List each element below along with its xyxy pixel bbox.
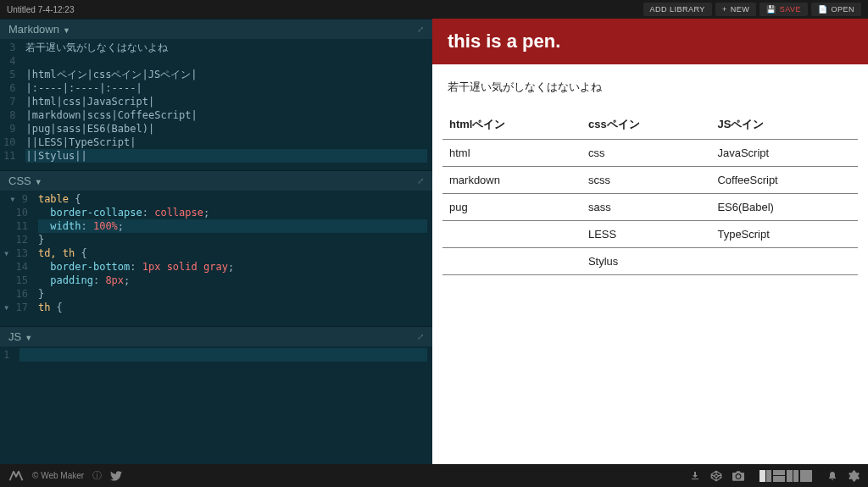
plus-icon: +: [722, 5, 727, 14]
bell-icon[interactable]: [827, 470, 837, 482]
codepen-icon[interactable]: [710, 470, 722, 482]
logo-icon: [8, 470, 24, 482]
table-row: LESSTypeScript: [442, 221, 858, 248]
table-row: markdownscssCoffeeScript: [442, 167, 858, 194]
topbar: Untitled 7-4-12:23 ADD LIBRARY +NEW 💾SAV…: [0, 0, 868, 19]
preview-pane: this is a pen. 若干遅い気がしなくはないよね htmlペインcss…: [432, 19, 868, 464]
new-button[interactable]: +NEW: [715, 3, 756, 16]
editor-column: Markdown▼ ⤢ 34567891011 若干遅い気がしなくはないよね|h…: [0, 19, 432, 464]
table-header: JSペイン: [710, 110, 858, 140]
chevron-down-icon: ▼: [35, 178, 42, 186]
save-button[interactable]: 💾SAVE: [760, 3, 808, 16]
layout-option-3[interactable]: [787, 470, 798, 482]
twitter-icon[interactable]: [110, 471, 122, 481]
table-header: cssペイン: [581, 110, 711, 140]
table-row: htmlcssJavaScript: [442, 140, 858, 167]
project-title[interactable]: Untitled 7-4-12:23: [7, 5, 640, 14]
download-icon[interactable]: [690, 471, 700, 481]
js-editor[interactable]: 1: [0, 346, 432, 464]
css-pane-header[interactable]: CSS▼ ⤢: [0, 170, 432, 191]
bottombar: © Web Maker ⓘ: [0, 464, 868, 487]
table-row: Stylus: [442, 248, 858, 275]
preview-heading: this is a pen.: [432, 19, 868, 64]
save-icon: 💾: [766, 5, 776, 14]
chevron-down-icon: ▼: [25, 334, 32, 342]
layout-option-1[interactable]: [760, 470, 771, 482]
camera-icon[interactable]: [732, 471, 744, 481]
open-button[interactable]: 📄OPEN: [811, 3, 861, 16]
css-editor[interactable]: ▾ 9 10 11 12▾ 13 14 15 16▾ 17 table { bo…: [0, 191, 432, 326]
chevron-down-icon: ▼: [63, 26, 70, 35]
credit-text: © Web Maker: [32, 471, 84, 480]
markdown-pane-header[interactable]: Markdown▼ ⤢: [0, 19, 432, 39]
layout-toggle-group: [760, 470, 812, 482]
expand-icon[interactable]: ⤢: [417, 332, 424, 341]
add-library-button[interactable]: ADD LIBRARY: [643, 3, 712, 16]
preview-paragraph: 若干遅い気がしなくはないよね: [442, 80, 858, 95]
help-icon[interactable]: ⓘ: [92, 469, 102, 482]
gear-icon[interactable]: [848, 470, 860, 482]
table-row: pugsassES6(Babel): [442, 194, 858, 221]
js-pane-header[interactable]: JS▼ ⤢: [0, 326, 432, 346]
layout-option-2[interactable]: [773, 470, 785, 482]
preview-table: htmlペインcssペインJSペイン htmlcssJavaScriptmark…: [442, 110, 858, 275]
expand-icon[interactable]: ⤢: [417, 25, 424, 34]
layout-option-4[interactable]: [800, 470, 812, 482]
expand-icon[interactable]: ⤢: [417, 176, 424, 185]
table-header: htmlペイン: [442, 110, 581, 140]
folder-icon: 📄: [818, 5, 828, 14]
markdown-editor[interactable]: 34567891011 若干遅い気がしなくはないよね|htmlペイン|cssペイ…: [0, 39, 432, 170]
